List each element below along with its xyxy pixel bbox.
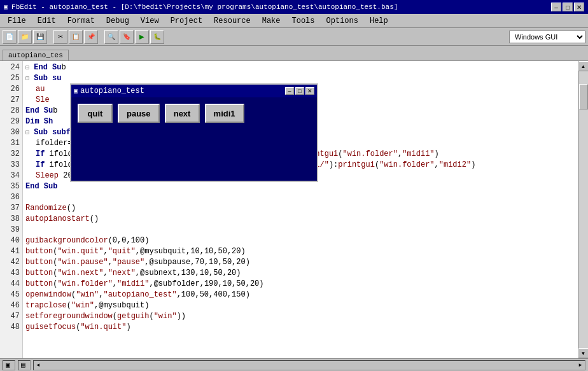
scroll-right-button[interactable]: ► (576, 361, 585, 370)
pause-button[interactable]: pause (118, 104, 160, 123)
next-button[interactable]: next (165, 104, 200, 123)
popup-minimize-button[interactable]: – (285, 87, 294, 95)
scroll-up-button[interactable]: ▲ (578, 61, 589, 71)
build-target-select[interactable]: Windows GUI Console (509, 31, 585, 43)
popup-close-button[interactable]: ✕ (305, 87, 314, 95)
close-button[interactable]: ✕ (574, 3, 584, 11)
save-button[interactable]: 💾 (33, 30, 47, 44)
menu-make[interactable]: Make (257, 15, 286, 27)
scroll-left-button[interactable]: ◄ (34, 361, 43, 370)
menu-file[interactable]: File (3, 15, 31, 27)
status-icon-1: ▣ (6, 361, 10, 369)
menu-edit[interactable]: Edit (32, 15, 61, 27)
popup-title-bar: ▣ autopiano_test – □ ✕ (71, 85, 317, 97)
popup-title: autopiano_test (80, 87, 144, 95)
horizontal-scrollbar[interactable]: ◄ ► (33, 360, 585, 370)
menu-resource[interactable]: Resource (209, 15, 256, 27)
tab-autopiano[interactable]: autopiano_tes (3, 50, 69, 60)
vertical-scrollbar[interactable]: ▲ ▼ (578, 61, 588, 358)
tab-label: autopiano_tes (8, 52, 63, 59)
midi1-button[interactable]: midi1 (205, 104, 244, 123)
status-icon-2: ▤ (21, 361, 25, 369)
status-bar: ▣ ▤ ◄ ► (0, 358, 588, 371)
menu-debug[interactable]: Debug (101, 15, 134, 27)
copy-button[interactable]: 📋 (69, 30, 83, 44)
menu-project[interactable]: Project (165, 15, 207, 27)
main-title: FbEdit - autopiano_test - [D:\fbedit\Pro… (11, 3, 398, 11)
run-button[interactable]: ▶ (135, 30, 149, 44)
main-title-bar: ▣ FbEdit - autopiano_test - [D:\fbedit\P… (0, 0, 588, 14)
paste-button[interactable]: 📌 (84, 30, 98, 44)
popup-icon: ▣ (74, 87, 78, 95)
menu-view[interactable]: View (136, 15, 164, 27)
new-button[interactable]: 📄 (3, 30, 17, 44)
scroll-track[interactable] (578, 71, 588, 348)
search-button[interactable]: 🔍 (104, 30, 118, 44)
status-cell-2: ▤ (18, 360, 31, 370)
open-button[interactable]: 📁 (18, 30, 32, 44)
debug-run-button[interactable]: 🐛 (150, 30, 164, 44)
popup-maximize-button[interactable]: □ (295, 87, 304, 95)
menu-options[interactable]: Options (321, 15, 363, 27)
popup-window: ▣ autopiano_test – □ ✕ quit pause next m… (70, 83, 318, 182)
tab-bar: autopiano_tes (0, 46, 588, 61)
toolbar: 📄 📁 💾 ✂ 📋 📌 🔍 🔖 ▶ 🐛 Windows GUI Console (0, 28, 588, 46)
menu-tools[interactable]: Tools (287, 15, 320, 27)
app-icon: ▣ (4, 3, 8, 11)
quit-button[interactable]: quit (78, 104, 113, 123)
maximize-button[interactable]: □ (563, 3, 573, 11)
scroll-down-button[interactable]: ▼ (578, 348, 589, 358)
minimize-button[interactable]: – (551, 3, 561, 11)
menu-format[interactable]: Format (62, 15, 100, 27)
scroll-thumb[interactable] (579, 84, 588, 109)
menu-help[interactable]: Help (365, 15, 393, 27)
cut-button[interactable]: ✂ (53, 30, 67, 44)
editor-area: 2425262728 2930313233 3435363738 3940414… (0, 61, 588, 358)
bookmark-button[interactable]: 🔖 (120, 30, 134, 44)
popup-content: quit pause next midi1 (71, 97, 317, 129)
menu-bar: File Edit Format Debug View Project Reso… (0, 14, 588, 28)
line-numbers: 2425262728 2930313233 3435363738 3940414… (0, 61, 23, 358)
status-cell-1: ▣ (3, 360, 15, 370)
